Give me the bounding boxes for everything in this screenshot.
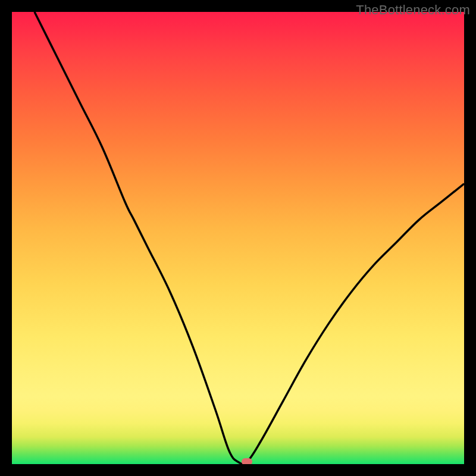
chart-frame: TheBottleneck.com <box>0 0 476 476</box>
bottleneck-curve <box>12 12 464 464</box>
plot-area <box>12 12 464 464</box>
curve-path <box>35 12 464 464</box>
optimum-marker <box>242 458 252 464</box>
watermark-text: TheBottleneck.com <box>356 2 470 18</box>
